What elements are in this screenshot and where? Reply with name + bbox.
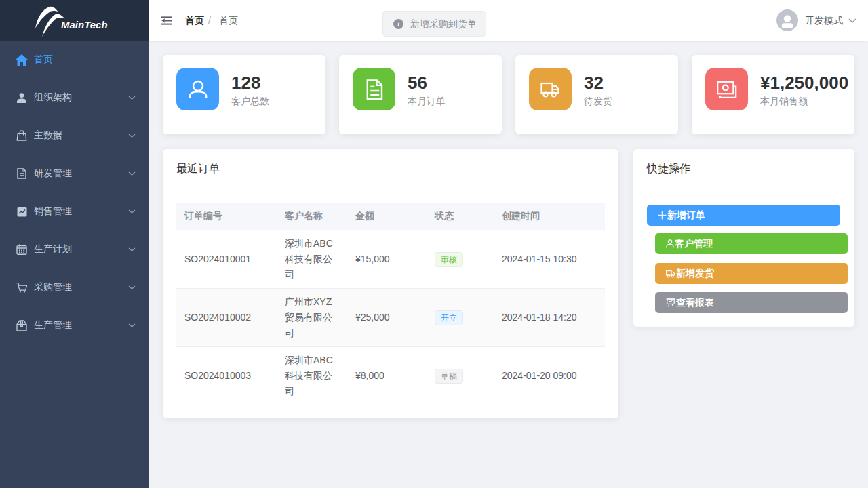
svg-text:i: i bbox=[397, 20, 399, 28]
